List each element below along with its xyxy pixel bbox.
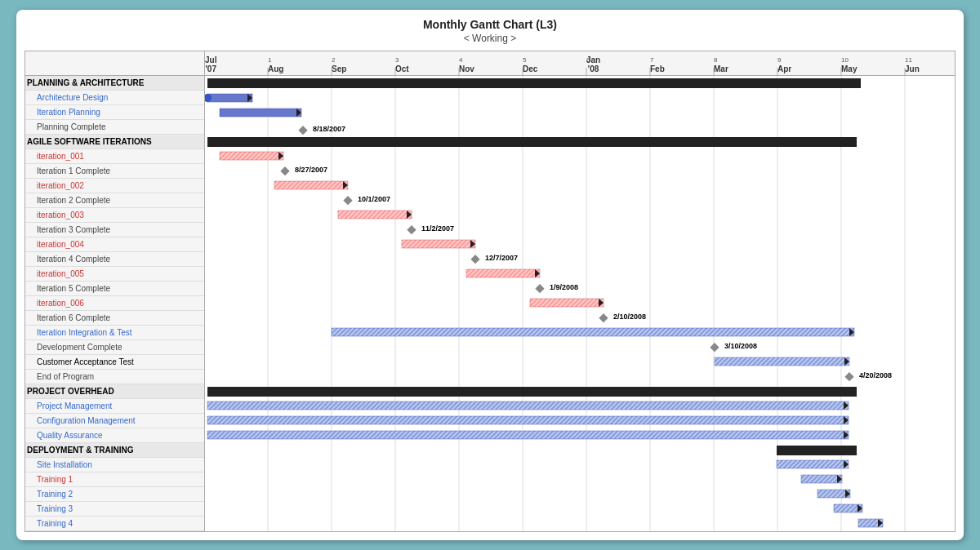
label-planning-complete: 8/18/2007 xyxy=(313,125,345,133)
row-customer-acceptance: Customer Acceptance Test xyxy=(25,355,204,370)
bar-iter006 xyxy=(530,299,604,307)
right-panel: Jul'07 Aug Sep Oct Nov Dec Jan'08 Feb Ma… xyxy=(205,51,955,531)
row-site-install: Site Installation xyxy=(25,458,204,472)
row-iter005: iteration_005 xyxy=(25,267,204,282)
bar-iter001 xyxy=(220,152,283,160)
label-iter6: 2/10/2008 xyxy=(613,313,646,321)
row-iter2-complete: Iteration 2 Complete xyxy=(25,193,204,208)
diamond-iter4 xyxy=(470,255,479,264)
bar-customer-accept xyxy=(715,357,849,366)
left-panel: PLANNING & ARCHITECTURE Architecture Des… xyxy=(25,51,205,531)
bar-training1 xyxy=(801,475,842,483)
bar-iter-planning xyxy=(220,109,301,117)
bar-iter004 xyxy=(402,240,475,248)
bar-iter-int-test xyxy=(332,328,854,336)
diamond-iter5 xyxy=(535,284,544,293)
bar-qa xyxy=(207,431,849,439)
row-iter3-complete: Iteration 3 Complete xyxy=(25,223,204,237)
label-iter4: 12/7/2007 xyxy=(485,254,518,262)
bar-agile-summary xyxy=(207,137,857,147)
diamond-planning-complete xyxy=(298,126,307,135)
bar-config-mgmt xyxy=(207,416,849,424)
label-iter2: 10/1/2007 xyxy=(358,195,390,203)
section-agile: AGILE SOFTWARE ITERATIONS xyxy=(25,135,204,149)
row-qa: Quality Assurance xyxy=(25,428,204,443)
row-iter001: iteration_001 xyxy=(25,149,204,164)
bar-overhead-summary xyxy=(207,387,857,397)
bar-iter002 xyxy=(274,181,348,189)
bar-iter005 xyxy=(466,269,540,277)
gantt-chart: Monthly Gantt Chart (L3) < Working > PLA… xyxy=(16,10,964,540)
row-iter6-complete: Iteration 6 Complete xyxy=(25,311,204,326)
bar-site-install xyxy=(777,460,849,468)
row-iter4-complete: Iteration 4 Complete xyxy=(25,252,204,267)
row-training3: Training 3 xyxy=(25,502,204,517)
row-training4: Training 4 xyxy=(25,517,204,531)
label-iter1: 8/27/2007 xyxy=(295,166,327,174)
diamond-iter1 xyxy=(280,166,289,175)
bar-arch-design xyxy=(207,94,252,102)
row-iter002: iteration_002 xyxy=(25,179,204,193)
bar-deploy-summary xyxy=(777,446,857,455)
diamond-iter6 xyxy=(599,313,608,322)
label-dev-complete: 3/10/2008 xyxy=(724,342,757,350)
row-proj-mgmt: Project Management xyxy=(25,399,204,414)
label-iter3: 11/2/2007 xyxy=(421,224,454,233)
row-dev-complete: Development Complete xyxy=(25,340,204,355)
row-iter006: iteration_006 xyxy=(25,296,204,311)
row-end-program: End of Program xyxy=(25,370,204,384)
label-end-program: 4/20/2008 xyxy=(859,371,892,379)
row-iter003: iteration_003 xyxy=(25,208,204,223)
gantt-svg: 8/18/2007 xyxy=(205,76,955,531)
diamond-dev-complete xyxy=(710,343,719,352)
diamond-iter3 xyxy=(407,225,416,234)
bar-planning-summary xyxy=(207,78,861,88)
diamond-end-program xyxy=(844,372,853,381)
chart-body: PLANNING & ARCHITECTURE Architecture Des… xyxy=(24,51,956,532)
chart-subtitle: < Working > xyxy=(24,33,956,44)
row-iter-int-test: Iteration Integration & Test xyxy=(25,326,204,340)
row-training1: Training 1 xyxy=(25,472,204,487)
chart-title: Monthly Gantt Chart (L3) xyxy=(24,18,956,31)
timeline-ticks-svg xyxy=(205,51,955,76)
row-arch-design: Architecture Design xyxy=(25,91,204,105)
row-iter004: iteration_004 xyxy=(25,237,204,252)
timeline-header: Jul'07 Aug Sep Oct Nov Dec Jan'08 Feb Ma… xyxy=(205,51,955,76)
row-iter5-complete: Iteration 5 Complete xyxy=(25,282,204,296)
section-planning: PLANNING & ARCHITECTURE xyxy=(25,76,204,91)
diamond-iter2 xyxy=(343,196,352,205)
bar-iter003 xyxy=(338,211,412,219)
section-overhead: PROJECT OVERHEAD xyxy=(25,384,204,399)
bar-proj-mgmt xyxy=(207,401,849,410)
row-iter-planning: Iteration Planning xyxy=(25,105,204,120)
section-deployment: DEPLOYMENT & TRAINING xyxy=(25,443,204,458)
row-config-mgmt: Configuration Management xyxy=(25,414,204,428)
label-iter5: 1/9/2008 xyxy=(550,283,578,291)
row-training2: Training 2 xyxy=(25,487,204,502)
row-planning-complete: Planning Complete xyxy=(25,120,204,135)
row-iter1-complete: Iteration 1 Complete xyxy=(25,164,204,179)
